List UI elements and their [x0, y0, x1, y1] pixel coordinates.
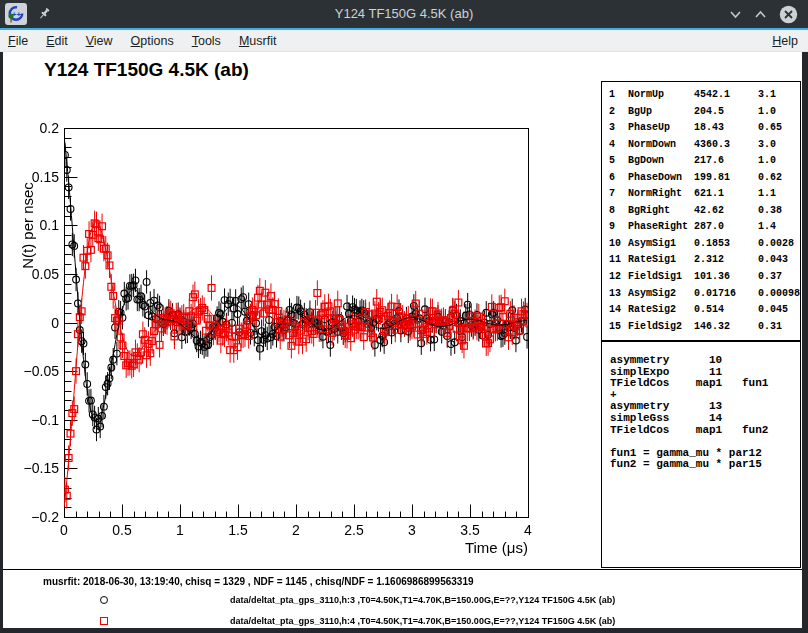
menu-help[interactable]: Help [762, 30, 808, 52]
window-border-bottom [0, 628, 808, 633]
plot-region: Time (μs) N(t) per nsec 00.511.522.533.5… [0, 52, 600, 577]
fit-status-line: musrfit: 2018-06-30, 13:19:40, chisq = 1… [43, 576, 474, 587]
x-tick-label: 3 [408, 522, 416, 538]
legend-label-h4: data/deltat_pta_gps_3110,h:4 ,T0=4.50K,T… [230, 616, 615, 626]
parameter-row: 3PhaseUp18.430.65 [609, 120, 800, 137]
parameter-row: 10AsymSig10.18530.0028 [609, 236, 800, 253]
menu-options[interactable]: Options [122, 30, 183, 52]
y-tick-label: 0 [0, 315, 59, 331]
y-tick-label: 0.2 [0, 120, 59, 136]
plot-canvas[interactable] [0, 52, 600, 577]
x-tick-label: 2.5 [344, 522, 363, 538]
parameter-row: 9PhaseRight287.01.4 [609, 219, 800, 236]
minimize-button[interactable] [725, 4, 745, 24]
window-title: Y124 TF150G 4.5K (ab) [0, 0, 808, 28]
theory-line [610, 436, 800, 448]
menu-file[interactable]: File [0, 30, 37, 52]
y-tick-label: −0.1 [0, 412, 59, 428]
parameter-row: 6PhaseDown199.810.62 [609, 170, 800, 187]
titlebar[interactable]: ++ Y124 TF150G 4.5K (ab) [0, 0, 808, 28]
parameter-row: 8BgRight42.620.38 [609, 203, 800, 220]
parameter-row: 2BgUp204.51.0 [609, 104, 800, 121]
menubar: File Edit View Options Tools Musrfit Hel… [0, 30, 808, 52]
x-tick-label: 0.5 [112, 522, 131, 538]
parameter-row: 5BgDown217.61.0 [609, 153, 800, 170]
x-tick-label: 3.5 [460, 522, 479, 538]
y-tick-label: 0.1 [0, 217, 59, 233]
y-tick-label: −0.15 [0, 460, 59, 476]
y-tick-label: 0.15 [0, 169, 59, 185]
theory-line: TFieldCos map1 fun1 [610, 378, 800, 390]
parameter-row: 14RateSig20.5140.045 [609, 302, 800, 319]
parameter-row: 11RateSig12.3120.043 [609, 252, 800, 269]
menu-edit[interactable]: Edit [37, 30, 77, 52]
x-tick-label: 2 [292, 522, 300, 538]
parameter-row: 4NormDown4360.33.0 [609, 137, 800, 154]
theory-line: TFieldCos map1 fun2 [610, 425, 800, 437]
menu-tools[interactable]: Tools [183, 30, 230, 52]
x-axis-title: Time (μs) [388, 539, 528, 556]
window-border-left [0, 52, 3, 628]
x-tick-label: 4 [524, 522, 532, 538]
legend-square-marker-icon [100, 617, 108, 625]
parameter-row: 15FieldSig2146.320.31 [609, 319, 800, 336]
y-tick-label: 0.05 [0, 266, 59, 282]
legend-circle-marker-icon [100, 596, 108, 604]
parameter-table: 1NormUp4542.13.12BgUp204.51.03PhaseUp18.… [601, 81, 801, 341]
x-tick-label: 1.5 [228, 522, 247, 538]
y-tick-label: −0.05 [0, 363, 59, 379]
parameter-row: 7NormRight621.11.1 [609, 186, 800, 203]
y-tick-label: −0.2 [0, 509, 59, 525]
close-button[interactable] [778, 4, 798, 24]
x-tick-label: 1 [176, 522, 184, 538]
theory-line: asymmetry 10 [610, 355, 800, 367]
status-divider [0, 569, 808, 570]
window-border-right [802, 52, 808, 628]
parameter-row: 13AsymSig20.017160.00098 [609, 286, 800, 303]
theory-line: simpleGss 14 [610, 413, 800, 425]
theory-block: asymmetry 10simplExpo 11TFieldCos map1 f… [601, 341, 801, 568]
parameter-row: 1NormUp4542.13.1 [609, 87, 800, 104]
menu-view[interactable]: View [77, 30, 122, 52]
menu-musrfit[interactable]: Musrfit [230, 30, 286, 52]
legend-label-h3: data/deltat_pta_gps_3110,h:3 ,T0=4.50K,T… [230, 595, 615, 605]
maximize-button[interactable] [750, 4, 770, 24]
theory-line: fun2 = gamma_mu * par15 [610, 459, 800, 471]
app-window: ++ Y124 TF150G 4.5K (ab) [0, 0, 808, 633]
parameter-row: 12FieldSig1101.360.37 [609, 269, 800, 286]
x-tick-label: 0 [60, 522, 68, 538]
